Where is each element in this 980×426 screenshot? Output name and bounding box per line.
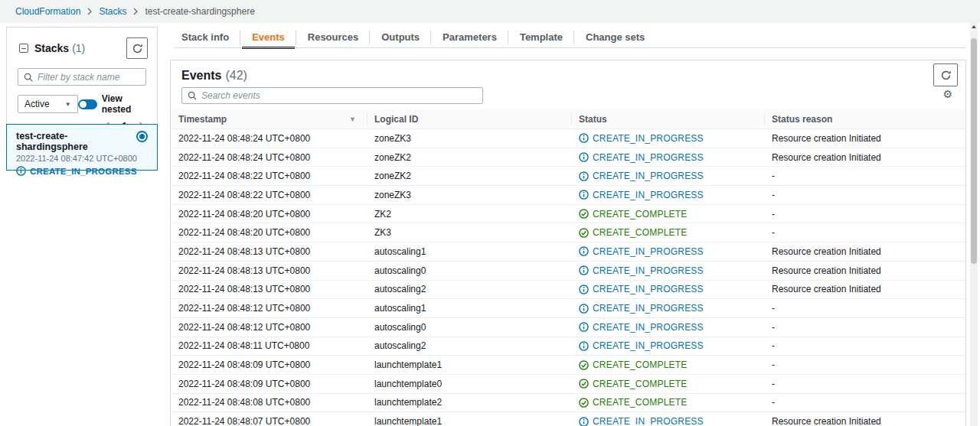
status-text: CREATE_COMPLETE	[593, 379, 687, 389]
table-row: 2022-11-24 08:48:22 UTC+0800zoneZK2CREAT…	[171, 167, 965, 186]
check-circle-icon	[579, 360, 589, 370]
collapse-panel-icon[interactable]	[19, 44, 28, 53]
tab-resources[interactable]: Resources	[296, 28, 370, 47]
table-row: 2022-11-24 08:48:13 UTC+0800autoscaling0…	[171, 262, 965, 281]
cell-status-reason: -	[764, 340, 965, 351]
cell-timestamp: 2022-11-24 08:48:22 UTC+0800	[171, 171, 367, 181]
breadcrumb-current-stack: test-create-shardingsphere	[145, 6, 254, 17]
cell-status: CREATE_COMPLETE	[571, 359, 764, 370]
stack-filter-input[interactable]	[38, 72, 156, 83]
cell-status: CREATE_IN_PROGRESS	[571, 190, 764, 200]
cell-status: CREATE_IN_PROGRESS	[571, 265, 764, 276]
check-circle-icon	[579, 209, 589, 219]
status-text: CREATE_IN_PROGRESS	[593, 284, 704, 294]
table-row: 2022-11-24 08:48:09 UTC+0800launchtempla…	[171, 375, 965, 394]
info-icon	[579, 341, 589, 351]
cell-status-reason: -	[764, 359, 965, 370]
column-header-status-reason: Status reason	[764, 109, 965, 128]
tab-change-sets[interactable]: Change sets	[574, 28, 656, 47]
cell-status-reason: -	[764, 171, 965, 181]
scrollbar-thumb[interactable]	[971, 38, 977, 264]
breadcrumb: CloudFormation Stacks test-create-shardi…	[0, 0, 980, 23]
stack-card[interactable]: test-create-shardingsphere 2022-11-24 08…	[6, 124, 158, 171]
status-text: CREATE_IN_PROGRESS	[593, 303, 704, 314]
cell-status-reason: Resource creation Initiated	[764, 416, 965, 426]
tab-stack-info[interactable]: Stack info	[170, 28, 240, 47]
cell-logical-id: zoneZK2	[367, 152, 571, 163]
info-icon	[579, 285, 589, 294]
cell-status: CREATE_IN_PROGRESS	[571, 246, 764, 257]
table-row: 2022-11-24 08:48:13 UTC+0800autoscaling2…	[171, 281, 965, 300]
cell-timestamp: 2022-11-24 08:48:09 UTC+0800	[171, 359, 367, 370]
cell-status-reason: -	[764, 190, 965, 200]
status-text: CREATE_IN_PROGRESS	[593, 190, 704, 200]
gear-icon[interactable]: ⚙	[942, 89, 952, 99]
view-nested-label: View nested	[102, 93, 146, 115]
cell-status: CREATE_COMPLETE	[571, 209, 764, 220]
cell-logical-id: launchtemplate1	[367, 359, 571, 370]
cell-status-reason: -	[764, 397, 965, 408]
table-row: 2022-11-24 08:48:07 UTC+0800launchtempla…	[171, 412, 965, 426]
stack-status-filter-select[interactable]: Active ▼	[18, 95, 78, 113]
info-icon	[579, 133, 589, 143]
events-table-body: 2022-11-24 08:48:24 UTC+0800zoneZK3CREAT…	[171, 129, 965, 426]
table-row: 2022-11-24 08:48:24 UTC+0800zoneZK3CREAT…	[171, 129, 965, 148]
column-header-timestamp[interactable]: Timestamp ▼	[171, 109, 367, 128]
status-text: CREATE_IN_PROGRESS	[593, 416, 704, 426]
cell-logical-id: ZK3	[367, 227, 571, 238]
cell-status: CREATE_IN_PROGRESS	[571, 171, 764, 181]
info-icon	[579, 152, 589, 162]
chevron-right-icon	[133, 8, 138, 15]
table-row: 2022-11-24 08:48:08 UTC+0800launchtempla…	[171, 394, 965, 413]
stack-status-filter-value: Active	[24, 99, 50, 109]
check-circle-icon	[579, 379, 589, 389]
table-row: 2022-11-24 08:48:20 UTC+0800ZK2CREATE_CO…	[171, 205, 965, 224]
tab-events[interactable]: Events	[240, 28, 296, 47]
table-row: 2022-11-24 08:48:20 UTC+0800ZK3CREATE_CO…	[171, 223, 965, 242]
cell-timestamp: 2022-11-24 08:48:12 UTC+0800	[171, 303, 367, 314]
table-row: 2022-11-24 08:48:22 UTC+0800zoneZK3CREAT…	[171, 186, 965, 205]
cell-status-reason: -	[764, 303, 965, 314]
events-count: (42)	[225, 69, 247, 83]
cell-status-reason: -	[764, 322, 965, 333]
cell-timestamp: 2022-11-24 08:48:24 UTC+0800	[171, 133, 367, 144]
status-text: CREATE_IN_PROGRESS	[593, 246, 704, 257]
stacks-panel-title: Stacks	[34, 42, 69, 54]
status-text: CREATE_COMPLETE	[593, 359, 687, 370]
cell-status-reason: Resource creation Initiated	[764, 133, 965, 144]
cell-status: CREATE_IN_PROGRESS	[571, 152, 764, 163]
stack-created-timestamp: 2022-11-24 08:47:42 UTC+0800	[16, 154, 148, 163]
cell-logical-id: autoscaling1	[367, 246, 571, 257]
tabs-divider	[175, 47, 966, 48]
stack-radio-selected[interactable]	[136, 131, 148, 142]
breadcrumb-stacks[interactable]: Stacks	[99, 6, 126, 17]
stacks-refresh-button[interactable]	[126, 37, 148, 59]
breadcrumb-cloudformation[interactable]: CloudFormation	[15, 6, 80, 17]
tab-template[interactable]: Template	[508, 28, 574, 47]
scrollbar-up-arrow-icon[interactable]	[972, 25, 976, 28]
view-nested-toggle[interactable]	[78, 99, 97, 109]
refresh-icon	[940, 70, 952, 81]
events-refresh-button[interactable]	[933, 63, 958, 86]
cell-status-reason: Resource creation Initiated	[764, 152, 965, 163]
cell-logical-id: zoneZK3	[367, 190, 571, 200]
stacks-count: (1)	[72, 42, 85, 54]
column-header-status: Status	[571, 109, 764, 128]
table-row: 2022-11-24 08:48:11 UTC+0800autoscaling2…	[171, 337, 965, 356]
cell-status-reason: Resource creation Initiated	[764, 246, 965, 257]
status-text: CREATE_IN_PROGRESS	[593, 133, 704, 144]
tab-outputs[interactable]: Outputs	[370, 28, 431, 47]
tab-parameters[interactable]: Parameters	[431, 28, 508, 47]
cell-timestamp: 2022-11-24 08:48:24 UTC+0800	[171, 152, 367, 163]
stack-detail-tabs: Stack infoEventsResourcesOutputsParamete…	[170, 28, 656, 47]
vertical-scrollbar[interactable]	[970, 23, 978, 426]
cell-timestamp: 2022-11-24 08:48:12 UTC+0800	[171, 322, 367, 333]
table-row: 2022-11-24 08:48:12 UTC+0800autoscaling1…	[171, 299, 965, 318]
cell-status-reason: Resource creation Initiated	[764, 284, 965, 294]
cell-timestamp: 2022-11-24 08:48:08 UTC+0800	[171, 397, 367, 408]
table-row: 2022-11-24 08:48:09 UTC+0800launchtempla…	[171, 356, 965, 375]
stack-filter-field	[18, 68, 146, 86]
cell-status: CREATE_COMPLETE	[571, 379, 764, 389]
cell-logical-id: autoscaling2	[367, 340, 571, 351]
events-search-input[interactable]	[201, 90, 477, 101]
